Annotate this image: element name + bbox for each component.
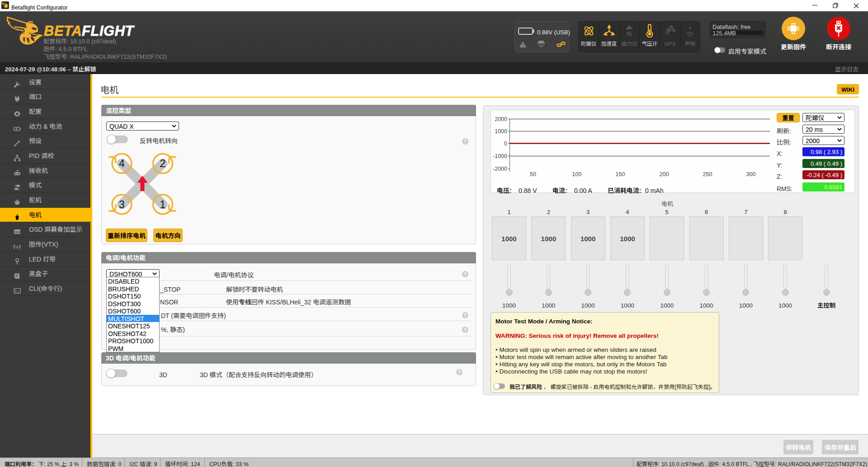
svg-text:300: 300 bbox=[746, 171, 756, 177]
svg-text:OSD: OSD bbox=[14, 231, 20, 234]
svg-text:0: 0 bbox=[504, 140, 507, 147]
svg-text:50: 50 bbox=[530, 171, 536, 177]
svg-text:-2000: -2000 bbox=[493, 166, 507, 172]
svg-text:150: 150 bbox=[616, 171, 625, 177]
svg-text:2: 2 bbox=[160, 158, 166, 169]
svg-text:200: 200 bbox=[660, 171, 669, 177]
svg-text:250: 250 bbox=[703, 171, 712, 177]
svg-text:1: 1 bbox=[160, 199, 166, 210]
svg-text:100: 100 bbox=[572, 171, 582, 177]
svg-text:2000: 2000 bbox=[495, 116, 507, 122]
svg-text:N: N bbox=[627, 30, 632, 37]
svg-text:4: 4 bbox=[119, 158, 125, 169]
svg-text:3: 3 bbox=[119, 199, 125, 210]
svg-text:1000: 1000 bbox=[495, 128, 507, 135]
svg-text:-1000: -1000 bbox=[493, 153, 507, 159]
